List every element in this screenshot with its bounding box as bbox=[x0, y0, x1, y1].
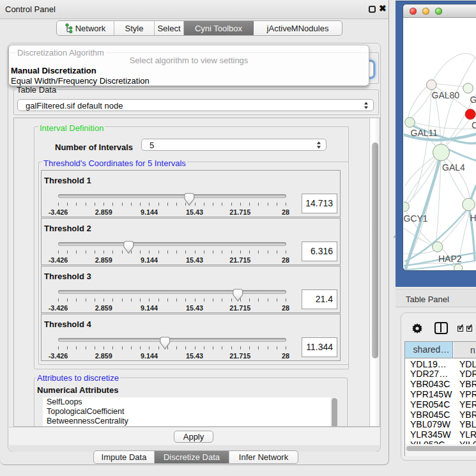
svg-text:GAL11: GAL11 bbox=[411, 128, 438, 138]
svg-text:HAP2: HAP2 bbox=[438, 254, 462, 264]
svg-text:H: H bbox=[470, 213, 476, 223]
svg-text:C: C bbox=[472, 120, 476, 130]
svg-text:GCY1: GCY1 bbox=[404, 213, 428, 224]
svg-text:GA: GA bbox=[470, 95, 476, 105]
svg-text:GAL80: GAL80 bbox=[432, 90, 460, 100]
svg-text:GAL4: GAL4 bbox=[442, 162, 465, 173]
